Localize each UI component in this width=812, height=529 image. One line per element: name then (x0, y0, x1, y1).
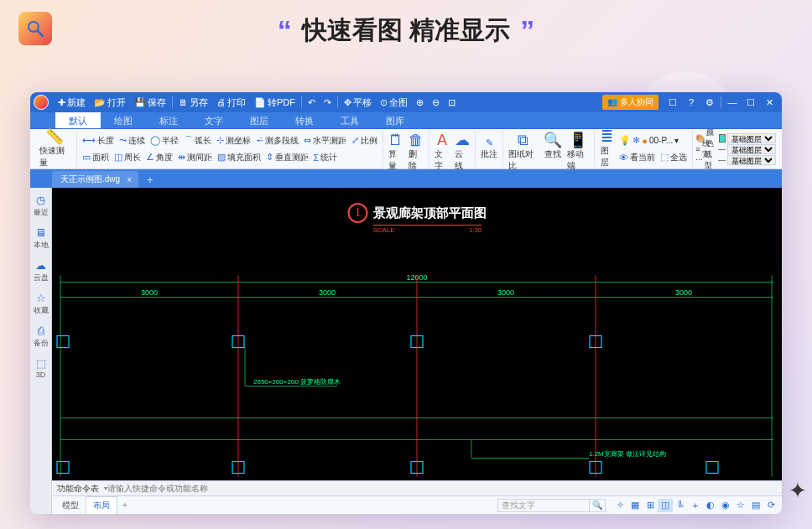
layer-combo[interactable]: 💡❄●00-P...▾ (617, 132, 681, 149)
continuous-button[interactable]: ⤳连续 (117, 132, 148, 149)
search-button[interactable]: 🔍 (589, 499, 606, 512)
zoom-in-button[interactable]: ⊕ (412, 94, 428, 111)
snap-button[interactable]: ✧ (612, 499, 627, 512)
svg-text:3000: 3000 (319, 288, 336, 297)
cloud-button[interactable]: ☁云线 (452, 132, 472, 149)
new-button[interactable]: ✚新建 (54, 94, 90, 111)
find-button[interactable]: 🔍查找 (541, 132, 565, 149)
feedback-icon[interactable]: ☐ (664, 94, 682, 111)
open-button[interactable]: 📂打开 (90, 94, 130, 111)
settings-icon[interactable]: ⚙ (700, 94, 719, 111)
collab-button[interactable]: 👥 多人协同 (602, 95, 658, 110)
file-tab[interactable]: 天正示例图.dwg× (52, 171, 138, 188)
compare-button[interactable]: ⧉图纸对比 (506, 132, 541, 149)
vertical-measure-button[interactable]: ⇕垂直测距 (263, 149, 311, 166)
pencil-icon: ✎ (486, 137, 493, 148)
refresh-button[interactable]: ⟳ (763, 499, 778, 512)
perimeter-button[interactable]: ◫周长 (112, 149, 143, 166)
saveas-button[interactable]: 🗎另存 (174, 94, 212, 111)
svg-rect-13 (57, 336, 69, 348)
star-icon: ☆ (36, 292, 46, 304)
distance-button[interactable]: ⇹测间距 (175, 149, 215, 166)
layout-tab[interactable]: 布局 (86, 496, 117, 514)
rail-3d[interactable]: ⬚3D (30, 355, 51, 381)
add-tab-button[interactable]: + (140, 172, 160, 188)
layer-select-1[interactable]: 基础图层 (727, 133, 776, 143)
horizontal-measure-button[interactable]: ⇔水平测距 (301, 132, 349, 149)
mobile-button[interactable]: 📱移动端 (565, 132, 592, 149)
color-wheel-button[interactable]: ◉ (718, 499, 733, 512)
help-icon[interactable]: ? (682, 94, 700, 111)
print-button[interactable]: 🖨打印 (212, 94, 250, 111)
layers-icon: ≣ (601, 129, 613, 144)
tab-tools[interactable]: 工具 (327, 112, 372, 128)
search-icon: 🔍 (544, 132, 562, 148)
favorite-toggle[interactable]: ☆ (733, 499, 748, 512)
radius-button[interactable]: ◯半径 (148, 132, 181, 149)
rail-local[interactable]: 🖥本地 (30, 224, 51, 253)
text-button[interactable]: A文字 (432, 132, 452, 149)
undo-button[interactable]: ↶ (304, 94, 320, 111)
color-swatch[interactable] (719, 134, 726, 143)
quick-measure-button[interactable]: 📏 快速测量 (36, 127, 74, 170)
osnap-button[interactable]: + (688, 499, 703, 512)
angle-button[interactable]: ∠角度 (143, 149, 175, 166)
rail-favorite[interactable]: ☆收藏 (30, 289, 51, 319)
grid-button[interactable]: ▦ (627, 499, 643, 512)
lineweight-button[interactable]: ◐ (703, 499, 718, 512)
tab-draw[interactable]: 绘图 (101, 112, 146, 128)
tab-default[interactable]: 默认 (55, 112, 101, 128)
user-avatar[interactable] (34, 95, 49, 110)
tab-text[interactable]: 文字 (191, 112, 237, 128)
area-button[interactable]: ▭面积 (80, 149, 112, 166)
layer-select-3[interactable]: 基础图层 (727, 155, 776, 165)
svg-text:1.2M宽廊架 做法详见结构: 1.2M宽廊架 做法详见结构 (589, 450, 666, 458)
zoom-extents-button[interactable]: ⊙全图 (376, 94, 412, 111)
ortho-button[interactable]: ⊞ (643, 499, 658, 512)
tab-close-icon[interactable]: × (127, 175, 132, 184)
main-window: ✚新建 📂打开 💾保存 🗎另存 🖨打印 📄转PDF ↶ ↷ ✥平移 ⊙全图 ⊕ … (30, 92, 782, 514)
zoom-out-button[interactable]: ⊖ (428, 94, 444, 111)
scale-button[interactable]: ⤢比例 (349, 132, 380, 149)
pan-button[interactable]: ✥平移 (340, 94, 376, 111)
tab-layer[interactable]: 图层 (237, 112, 282, 128)
length-button[interactable]: ⟷长度 (80, 132, 117, 149)
search-text-input[interactable]: 查找文字 (497, 499, 590, 512)
layer-button[interactable]: ≣图层 (597, 127, 617, 170)
rail-cloud[interactable]: ☁云盘 (30, 257, 51, 286)
rail-recent[interactable]: ◷最近 (30, 191, 51, 220)
look-current-button[interactable]: 👁看当前 (617, 149, 658, 166)
zoom-window-button[interactable]: ⊡ (444, 94, 460, 111)
tab-gallery[interactable]: 图库 (372, 112, 418, 128)
polyline-measure-button[interactable]: ⩫测多段线 (253, 132, 301, 149)
stats-button[interactable]: Σ统计 (311, 149, 341, 166)
status-bar: 模型 布局 + 查找文字 🔍 ✧ ▦ ⊞ ◫ ╚ + ◐ ◉ ☆ ▤ ⟳ (52, 495, 782, 514)
select-all-button[interactable]: ⬚全选 (658, 149, 690, 166)
ruler-icon: 📏 (45, 129, 64, 144)
close-icon[interactable]: ✕ (760, 94, 778, 111)
tab-annotate[interactable]: 标注 (146, 112, 191, 128)
minimize-icon[interactable]: — (723, 94, 742, 111)
layer-select-2[interactable]: 基础图层 (727, 144, 776, 154)
fill-area-button[interactable]: ▨填充面积 (215, 149, 263, 166)
save-button[interactable]: 💾保存 (130, 94, 170, 111)
delete-button[interactable]: 🗑删除 (406, 132, 426, 149)
coord-button[interactable]: ⊹测坐标 (214, 132, 253, 149)
drawing-canvas[interactable]: 12000 3000 3000 3000 3000 (52, 188, 782, 480)
model-tab[interactable]: 模型 (55, 497, 86, 514)
calc-button[interactable]: 🗒算量 (386, 132, 406, 149)
canvas-area: 12000 3000 3000 3000 3000 (52, 188, 782, 514)
rail-backup[interactable]: ⎙备份 (30, 322, 51, 351)
redo-button[interactable]: ↷ (320, 94, 336, 111)
hatch-button[interactable]: ▤ (748, 499, 763, 512)
command-input[interactable] (107, 484, 782, 493)
arclen-button[interactable]: ⌒弧长 (181, 132, 214, 149)
tab-convert[interactable]: 转换 (282, 112, 327, 128)
topdf-button[interactable]: 📄转PDF (250, 94, 299, 111)
ucs-button[interactable]: ╚ (673, 499, 688, 512)
svg-text:2850×200×200 菠萝格防腐木: 2850×200×200 菠萝格防腐木 (253, 378, 341, 386)
maximize-icon[interactable]: ☐ (742, 94, 760, 111)
annotate-button[interactable]: ✎批注 (478, 137, 500, 160)
add-layout-button[interactable]: + (117, 500, 133, 510)
polar-button[interactable]: ◫ (658, 499, 673, 512)
